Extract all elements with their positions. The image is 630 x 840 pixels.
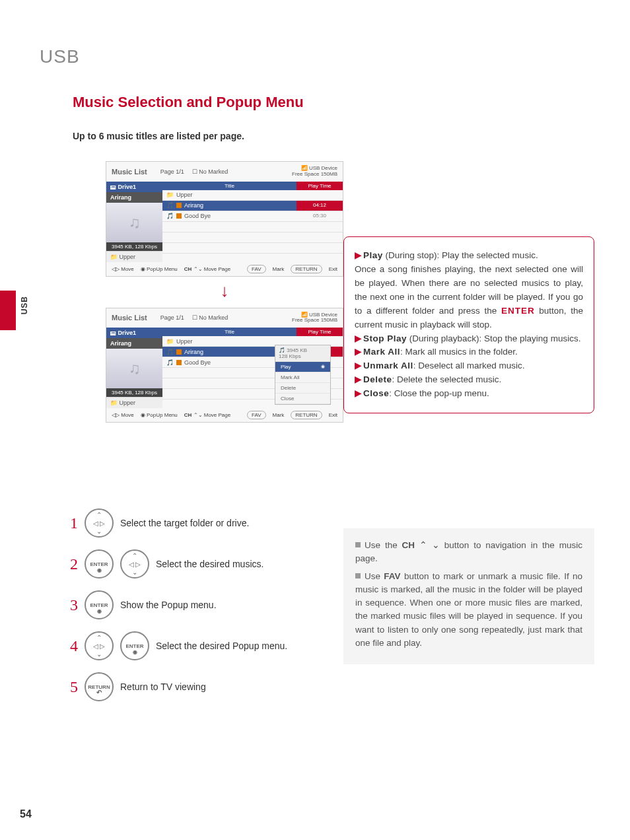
step-5: 5 RETURN Return to TV viewing xyxy=(66,672,330,701)
chevron-up-icon: ⌃ xyxy=(419,540,427,550)
triangle-icon: ▶ xyxy=(355,250,362,260)
enter-keyword: ENTER xyxy=(501,306,535,316)
popup-item-delete: Delete xyxy=(275,383,330,394)
step-4: 4 ◁ ▷ ENTER Select the desired Popup men… xyxy=(66,631,330,660)
popup-item-play: Play xyxy=(275,362,330,372)
table-row: Good Bye05:30 xyxy=(162,211,343,222)
section-header: USB xyxy=(40,46,590,67)
enter-button-icon: ENTER xyxy=(85,590,114,619)
side-label: USB xyxy=(20,296,29,314)
col-title: Title xyxy=(162,182,297,190)
fav-pill: FAV xyxy=(247,265,266,273)
steps-list: 1 ◁ ▷ Select the target folder or drive.… xyxy=(66,508,330,713)
screen-before: Music List Page 1/1 ☐ No Marked USB Devi… xyxy=(106,161,343,277)
folder-label: Arirang xyxy=(106,192,162,203)
desc-close-label: Close xyxy=(363,388,389,398)
mark-icon xyxy=(176,203,182,208)
desc-stop-label: Stop Play xyxy=(363,333,407,343)
return-pill: RETURN xyxy=(291,265,322,273)
screen-after: Music List Page 1/1 ☐ No Marked USB Devi… xyxy=(106,308,343,423)
usb-device-label: USB Device xyxy=(301,165,337,171)
table-row xyxy=(162,243,343,254)
popup-info: 3945 KB128 Kbps xyxy=(275,345,330,362)
description-box: ▶Play (During stop): Play the selected m… xyxy=(343,236,594,413)
drive-label: Drive1 xyxy=(106,182,162,192)
step-3: 3 ENTER Show the Popup menu. xyxy=(66,590,330,619)
popup-item-close: Close xyxy=(275,394,330,404)
chevron-down-icon: ⌄ xyxy=(432,540,440,550)
nav-button-icon: ◁ ▷ xyxy=(120,549,149,578)
nav-button-icon: ◁ ▷ xyxy=(85,631,114,660)
upper-folder-left: Upper xyxy=(106,251,162,262)
page-number: 54 xyxy=(20,808,32,820)
screen-title: Music List xyxy=(112,168,147,176)
bullet-icon xyxy=(355,542,361,547)
mark-icon xyxy=(176,213,182,219)
screen-footer: Move PopUp Menu CHMove Page FAV Mark RET… xyxy=(106,262,343,276)
page-indicator: Page 1/1 xyxy=(160,168,184,175)
bullet-icon xyxy=(355,573,361,578)
desc-play-label: Play xyxy=(363,250,383,260)
col-playtime: Play Time xyxy=(297,182,343,190)
return-button-icon: RETURN xyxy=(85,672,114,701)
music-thumb-icon: ♫ xyxy=(106,203,162,242)
desc-delete-label: Delete xyxy=(363,374,392,384)
side-tab xyxy=(0,291,16,330)
desc-markall-label: Mark All xyxy=(363,347,400,357)
no-marked-label: ☐ No Marked xyxy=(192,168,228,175)
table-row xyxy=(162,232,343,243)
arrow-down-icon: ↓ xyxy=(106,281,343,301)
step-2: 2 ENTER ◁ ▷ Select the desired musics. xyxy=(66,549,330,578)
step-1: 1 ◁ ▷ Select the target folder or drive. xyxy=(66,508,330,538)
popup-menu: 3945 KB128 Kbps Play Mark All Delete Clo… xyxy=(275,345,331,405)
table-row xyxy=(162,222,343,232)
free-space-label: Free Space 150MB xyxy=(292,171,337,177)
enter-button-icon: ENTER xyxy=(85,549,114,578)
file-info: 3945 KB, 128 Kbps xyxy=(106,242,162,251)
desc-unmarkall-label: Unmark All xyxy=(363,361,413,370)
tips-box: Use the CH ⌃ ⌄ button to navigation in t… xyxy=(343,528,594,664)
nav-button-icon: ◁ ▷ xyxy=(85,508,114,538)
table-row: Upper xyxy=(162,190,343,201)
popup-item-markall: Mark All xyxy=(275,372,330,383)
enter-button-icon: ENTER xyxy=(120,631,149,660)
table-row: Arirang04:12 xyxy=(162,201,343,211)
intro-text: Up to 6 music titles are listed per page… xyxy=(73,131,590,141)
page-title: Music Selection and Popup Menu xyxy=(73,94,590,111)
